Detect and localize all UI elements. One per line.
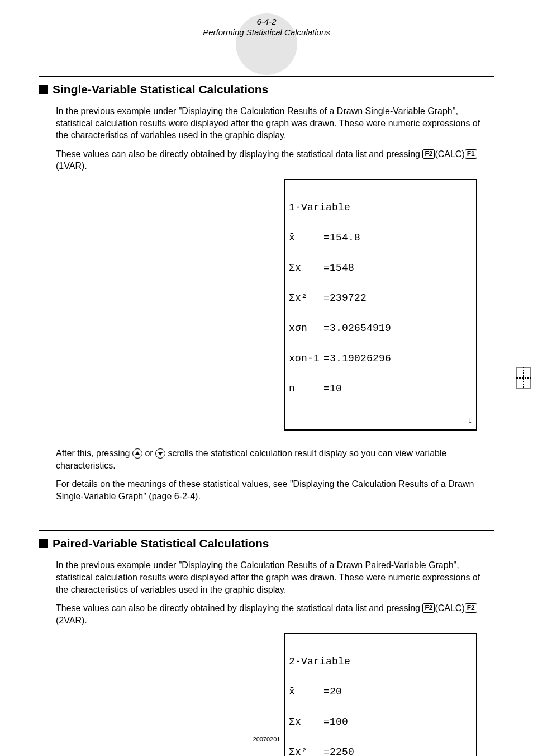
- screen-row: Σx=100: [289, 717, 473, 727]
- para: In the previous example under "Displayin…: [56, 105, 494, 141]
- screen-title: 2-Variable: [289, 656, 473, 667]
- key-f2: F2: [422, 603, 435, 613]
- text: After this, pressing: [56, 448, 132, 458]
- row-label: Σx²: [289, 747, 323, 756]
- section-rule: [39, 76, 494, 77]
- key-f2: F2: [465, 603, 477, 613]
- row-value: =154.8: [323, 233, 360, 243]
- text: or: [142, 448, 155, 458]
- para: For details on the meanings of these sta…: [56, 478, 494, 502]
- row-value: =1548: [323, 263, 354, 273]
- screen-title: 1-Variable: [289, 202, 473, 212]
- page-header-title: Performing Statistical Calculations: [39, 27, 494, 37]
- screen-row: n=10: [289, 384, 473, 394]
- page-header: 6-4-2 Performing Statistical Calculation…: [39, 17, 494, 37]
- section-title-text: Paired-Variable Statistical Calculations: [53, 537, 269, 550]
- screen-row: Σx=1548: [289, 263, 473, 273]
- row-value: =2250: [323, 747, 354, 756]
- key-f1: F1: [465, 149, 477, 159]
- row-label: x̄: [289, 687, 323, 697]
- para: In the previous example under "Displayin…: [56, 559, 494, 596]
- row-label: Σx: [289, 717, 323, 727]
- row-label: x̄: [289, 233, 323, 243]
- screen-row: Σx²=2250: [289, 747, 473, 756]
- section-title-single: Single-Variable Statistical Calculations: [39, 83, 494, 96]
- section-rule: [39, 530, 494, 531]
- row-value: =20: [323, 687, 342, 697]
- text: (CALC): [435, 603, 464, 613]
- para: These values can also be directly obtain…: [56, 602, 494, 626]
- text: (CALC): [435, 149, 464, 159]
- crop-mark-icon: [516, 367, 531, 389]
- key-f2: F2: [422, 149, 435, 159]
- screen-row: x̄=20: [289, 687, 473, 697]
- row-value: =100: [323, 717, 348, 727]
- screen-row: x̄=154.8: [289, 233, 473, 243]
- black-square-icon: [39, 539, 48, 548]
- row-label: n: [289, 384, 323, 394]
- section-single-variable: Single-Variable Statistical Calculations…: [39, 76, 494, 502]
- row-value: =3.02654919: [323, 323, 391, 333]
- row-label: Σx: [289, 263, 323, 273]
- text: (1VAR).: [56, 161, 87, 171]
- footer-date: 20070201: [0, 736, 533, 743]
- section-paired-variable: Paired-Variable Statistical Calculations…: [39, 530, 494, 756]
- para: After this, pressing or scrolls the stat…: [56, 447, 494, 471]
- row-value: =3.19026296: [323, 353, 391, 363]
- cursor-down-icon: [155, 448, 165, 459]
- row-label: Σx²: [289, 293, 323, 303]
- screen-row: xσn=3.02654919: [289, 323, 473, 333]
- cursor-up-icon: [132, 448, 142, 459]
- screen-row: xσn-1=3.19026296: [289, 353, 473, 363]
- page-content: 6-4-2 Performing Statistical Calculation…: [0, 0, 533, 756]
- text: These values can also be directly obtain…: [56, 603, 422, 613]
- para: These values can also be directly obtain…: [56, 148, 494, 172]
- screen-row: Σx²=239722: [289, 293, 473, 303]
- row-value: =239722: [323, 293, 367, 303]
- scroll-down-arrow-icon: ↓: [468, 415, 473, 425]
- page-number: 6-4-2: [39, 17, 494, 26]
- section-title-text: Single-Variable Statistical Calculations: [53, 83, 268, 96]
- row-label: xσn-1: [289, 353, 323, 363]
- section-title-paired: Paired-Variable Statistical Calculations: [39, 537, 494, 550]
- row-value: =10: [323, 384, 342, 394]
- black-square-icon: [39, 85, 48, 94]
- text: (2VAR).: [56, 616, 87, 625]
- text: These values can also be directly obtain…: [56, 149, 422, 159]
- screen-wrap: 1-Variable x̄=154.8 Σx=1548 Σx²=239722 x…: [39, 179, 494, 447]
- row-label: xσn: [289, 323, 323, 333]
- calculator-screen-1var: 1-Variable x̄=154.8 Σx=1548 Σx²=239722 x…: [284, 179, 477, 431]
